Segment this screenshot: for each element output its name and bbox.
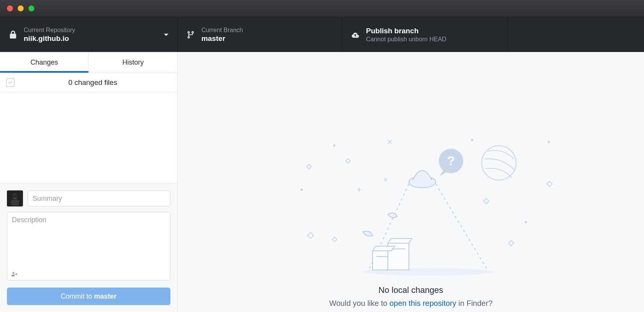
user-avatar[interactable] [7,190,23,206]
empty-subtext: Would you like to open this repository i… [178,299,644,308]
branch-name: master [201,34,243,43]
git-branch-icon [186,30,195,39]
tab-history[interactable]: History [89,52,177,73]
branch-label: Current Branch [201,27,243,34]
svg-point-17 [548,141,550,143]
commit-button[interactable]: Commit to master [7,288,170,305]
add-coauthor-button[interactable] [11,271,19,278]
sidebar: Changes History 0 changed files [0,52,178,312]
svg-rect-2 [11,200,19,206]
repository-label: Current Repository [24,27,75,34]
publish-branch-button[interactable]: Publish branch Cannot publish unborn HEA… [342,17,508,52]
changed-files-count: 0 changed files [15,78,171,87]
commit-button-prefix: Commit to [60,292,94,300]
publish-title: Publish branch [366,27,446,35]
toolbar: Current Repository niik.github.io Curren… [0,17,644,52]
cloud-upload-icon [351,30,360,39]
window-titlebar [0,0,644,17]
window-maximize-button[interactable] [28,5,34,11]
select-all-checkbox[interactable] [6,78,15,87]
svg-point-18 [525,221,527,223]
main-content: ? [178,52,644,312]
empty-state: ? [178,125,644,308]
svg-line-6 [436,184,487,270]
open-repository-link[interactable]: open this repository [389,299,456,307]
window-close-button[interactable] [7,5,13,11]
empty-illustration: ? [178,125,644,278]
chevron-down-icon [163,31,169,38]
current-repository-dropdown[interactable]: Current Repository niik.github.io [0,17,178,52]
changes-header: 0 changed files [0,73,177,92]
current-branch-dropdown[interactable]: Current Branch master [178,17,342,52]
repository-name: niik.github.io [24,34,75,43]
svg-point-14 [301,188,303,191]
summary-input[interactable] [28,190,170,206]
tab-changes[interactable]: Changes [0,52,89,73]
svg-point-15 [333,145,335,147]
description-input[interactable] [7,212,170,281]
commit-button-branch: master [94,292,116,300]
commit-form: Commit to master [0,183,177,312]
sidebar-tabs: Changes History [0,52,177,73]
changes-list [0,92,177,183]
svg-point-16 [471,139,473,141]
lock-icon [8,30,18,39]
window-minimize-button[interactable] [18,5,24,11]
publish-subtext: Cannot publish unborn HEAD [366,36,446,43]
svg-text:?: ? [447,153,455,168]
empty-title: No local changes [178,285,644,295]
